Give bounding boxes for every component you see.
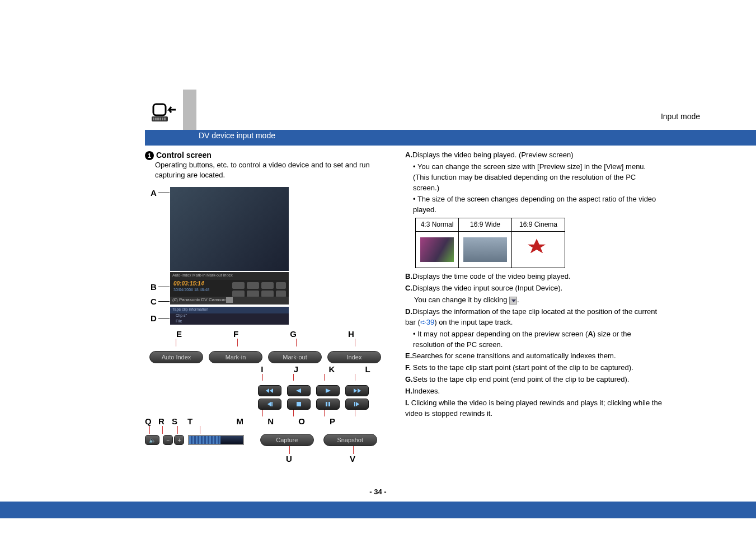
minus-button[interactable]: − xyxy=(163,435,173,445)
svg-rect-11 xyxy=(328,402,330,406)
mini-ff-icon xyxy=(275,282,287,289)
label-J: J xyxy=(294,364,298,374)
desc-A-sub2: • The size of the screen changes dependi… xyxy=(405,194,663,216)
dv-input-icon xyxy=(151,101,179,129)
line-D xyxy=(158,318,170,318)
desc-F: F. Sets to the tape clip start point (st… xyxy=(405,363,663,373)
desc-C: C.Displays the video input source (Input… xyxy=(405,283,663,294)
mini-prev-icon xyxy=(246,282,260,289)
labels-qrst-mnop: Q R S T M N O P xyxy=(145,416,386,426)
preview-area xyxy=(170,187,289,271)
mini-tabs: Auto-Index Mark-in Mark-out Index xyxy=(170,272,289,280)
figure-control-screen: Auto-Index Mark-in Mark-out Index 00:03:… xyxy=(145,187,386,463)
label-N: N xyxy=(243,416,274,426)
file-row: File xyxy=(170,319,289,325)
labels-uv: U V xyxy=(145,454,386,463)
aspect-ratio-table: 4:3 Normal 16:9 Wide 16:9 Cinema xyxy=(415,218,565,268)
step-forward-button[interactable] xyxy=(345,399,369,410)
desc-H: H.Indexes. xyxy=(405,386,663,397)
ticks-qrst xyxy=(145,426,386,434)
label-S: S xyxy=(172,416,187,426)
th-169c: 16:9 Cinema xyxy=(512,218,565,232)
label-F: F xyxy=(233,329,238,339)
thumb-169c xyxy=(512,232,565,268)
snapshot-button[interactable]: Snapshot xyxy=(323,434,377,446)
mark-in-button[interactable]: Mark-in xyxy=(209,351,262,363)
label-Q: Q xyxy=(145,416,158,426)
mini-rew-icon xyxy=(232,282,245,289)
mini-device-row: (0) Panasonic DV Camcorder xyxy=(170,297,289,305)
reverse-play-button[interactable] xyxy=(287,385,311,396)
thumb-169w xyxy=(459,232,512,268)
line-A xyxy=(158,193,170,193)
play-button[interactable] xyxy=(316,385,340,396)
pause-button[interactable] xyxy=(316,399,340,410)
labels-ijkl: I J K L xyxy=(145,364,386,374)
label-D: D xyxy=(151,313,157,323)
rewind-button[interactable] xyxy=(258,385,281,396)
label-O: O xyxy=(274,416,305,426)
label-M: M xyxy=(210,416,243,426)
index-button[interactable]: Index xyxy=(327,351,381,363)
desc-D: D.Displays the information of the tape c… xyxy=(405,307,663,328)
page-number: - 34 - xyxy=(0,488,756,496)
row-efgh: Auto Index Mark-in Mark-out Index xyxy=(145,351,386,363)
svg-rect-4 xyxy=(157,118,159,120)
row-mnop xyxy=(145,399,386,410)
timecode-date: 30/04/2006 18:48:48 xyxy=(173,288,209,292)
decorative-block xyxy=(183,90,196,130)
desc-C2: You can change it by clicking . xyxy=(405,295,663,306)
label-P: P xyxy=(305,416,335,426)
svg-rect-12 xyxy=(354,402,355,406)
desc-A: A.Displays the video being played. (Prev… xyxy=(405,150,663,161)
label-A: A xyxy=(151,188,157,198)
label-H: H xyxy=(348,329,354,339)
tape-info-row: Tape clip information xyxy=(170,307,289,313)
table-row: 4:3 Normal 16:9 Wide 16:9 Cinema xyxy=(416,218,565,232)
title-text: DV device input mode xyxy=(199,131,275,140)
capture-button[interactable]: Capture xyxy=(260,434,314,446)
svg-rect-6 xyxy=(162,118,163,120)
label-C: C xyxy=(151,297,157,306)
fast-forward-button[interactable] xyxy=(345,385,369,396)
svg-rect-9 xyxy=(297,402,301,406)
mini-timecode-row: 00:03:15:14 30/04/2006 18:48:48 xyxy=(170,280,289,297)
svg-rect-8 xyxy=(271,402,273,406)
label-R: R xyxy=(158,416,172,426)
desc-I: I. Clicking while the video is being pla… xyxy=(405,398,663,419)
speaker-button[interactable]: 🔈 xyxy=(145,435,159,445)
ticks-efgh xyxy=(145,339,386,346)
row-ijkl xyxy=(145,385,386,396)
ticks-mnop xyxy=(145,410,386,416)
label-K: K xyxy=(328,364,335,374)
plus-button[interactable]: + xyxy=(174,435,184,445)
svg-rect-3 xyxy=(155,118,157,120)
label-E: E xyxy=(176,329,182,339)
desc-E: E.Searches for scene transitions and aut… xyxy=(405,351,663,362)
auto-index-button[interactable]: Auto Index xyxy=(149,351,203,363)
label-U: U xyxy=(286,454,297,463)
svg-rect-7 xyxy=(164,118,166,120)
footer-bar xyxy=(0,502,756,518)
svg-rect-5 xyxy=(159,118,161,120)
mode-header: Input mode xyxy=(661,112,700,121)
clip-row: Clip s" xyxy=(170,313,289,319)
slider-fill xyxy=(189,436,220,444)
line-C xyxy=(158,301,170,302)
mark-out-button[interactable]: Mark-out xyxy=(268,351,322,363)
page: Input mode DV device input mode 1Control… xyxy=(0,0,756,534)
playback-slider[interactable] xyxy=(188,435,244,445)
dropdown-icon xyxy=(509,297,517,305)
device-dropdown-icon xyxy=(226,297,233,303)
link-page-39[interactable]: ➪39 xyxy=(420,318,434,326)
labels-efgh: E F G H xyxy=(145,329,386,339)
ticks-ijkl xyxy=(145,374,386,381)
th-169w: 16:9 Wide xyxy=(459,218,512,232)
svg-rect-0 xyxy=(153,104,166,115)
heading-text: Control screen xyxy=(156,151,212,160)
stop-button[interactable] xyxy=(287,399,311,410)
bullet-number: 1 xyxy=(145,151,154,160)
row-bottom: 🔈 −+ Capture Snapshot xyxy=(145,434,386,446)
label-B: B xyxy=(151,282,157,292)
step-back-button[interactable] xyxy=(258,399,281,410)
